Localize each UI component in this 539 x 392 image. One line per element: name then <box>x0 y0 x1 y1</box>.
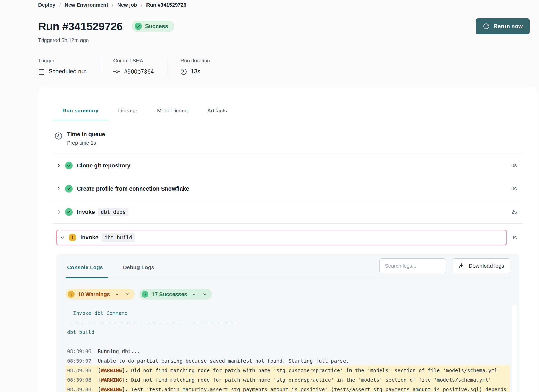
step-invoke-dbt-build-row: ! Invoke dbt build 9s <box>53 230 523 245</box>
prep-time-link[interactable]: Prep time 1s <box>67 140 96 146</box>
step-create-profile[interactable]: Create profile from connection Snowflake… <box>53 177 523 200</box>
rerun-icon <box>483 23 489 30</box>
page-title: Run #341529726 <box>38 20 123 33</box>
step-invoke-dbt-deps[interactable]: Invoke dbt deps 2s <box>53 200 523 224</box>
run-duration-value: 13s <box>191 68 200 75</box>
log-filter-pills: ! 10 Warnings 17 Successes <box>66 289 510 300</box>
step-title: Invoke <box>80 234 99 241</box>
step-success-icon <box>65 208 73 216</box>
meta-duration: Run duration 13s <box>169 58 225 75</box>
step-command-chip: dbt build <box>102 233 135 242</box>
download-logs-button[interactable]: Download logs <box>453 258 510 273</box>
log-command-title: Invoke dbt Command <box>66 308 510 318</box>
log-command: dbt build <box>66 328 510 337</box>
prev-warning-chevron-up-icon[interactable] <box>113 291 120 297</box>
trigger-label: Trigger <box>38 58 87 64</box>
breadcrumb-separator: / <box>141 2 142 8</box>
console-panel: Console Logs Debug Logs Download logs ! <box>56 254 519 392</box>
chevron-down-icon[interactable] <box>60 235 67 240</box>
prev-success-chevron-up-icon[interactable] <box>191 291 198 297</box>
success-icon <box>142 291 148 298</box>
run-summary-card: Run summary Lineage Model timing Artifac… <box>38 87 537 392</box>
search-logs-input[interactable] <box>379 258 446 273</box>
step-duration: 0s <box>511 162 517 168</box>
log-blank-line <box>66 337 510 347</box>
log-warning-line: 08:39:08[WARNING]: Test 'test.admin_matu… <box>66 385 510 392</box>
breadcrumb-separator: / <box>112 2 113 8</box>
successes-pill-label: 17 Successes <box>152 291 187 297</box>
tab-artifacts[interactable]: Artifacts <box>198 108 237 120</box>
tab-model-timing[interactable]: Model timing <box>147 108 198 120</box>
step-title: Invoke <box>77 209 95 215</box>
tab-run-summary[interactable]: Run summary <box>53 108 108 120</box>
step-success-icon <box>65 162 73 169</box>
tab-lineage[interactable]: Lineage <box>108 108 147 120</box>
download-icon <box>459 263 465 269</box>
chevron-right-icon[interactable] <box>56 186 63 191</box>
step-warning-icon: ! <box>69 234 76 241</box>
header: Run #341529726 Success Rerun now <box>38 18 537 34</box>
log-line: 08:39:07Unable to do partial parsing bec… <box>66 356 510 366</box>
meta-commit: Commit SHA #900b7364 <box>102 58 169 75</box>
rerun-now-button[interactable]: Rerun now <box>476 18 530 34</box>
log-divider-line: ----------------------------------------… <box>66 318 510 328</box>
log-scrollbar[interactable] <box>512 305 517 392</box>
duration-label: Run duration <box>180 58 210 64</box>
run-meta: Trigger Scheduled run Commit SHA #900b73… <box>38 58 537 75</box>
breadcrumb-separator: / <box>59 2 61 8</box>
download-label: Download logs <box>469 263 504 269</box>
step-command-chip: dbt deps <box>98 208 128 216</box>
step-duration: 9s <box>511 235 517 241</box>
log-warning-line: 08:39:08[WARNING]: Did not find matching… <box>66 375 510 385</box>
breadcrumb-run: Run #341529726 <box>146 2 186 8</box>
chevron-right-icon[interactable] <box>56 163 63 168</box>
step-clone-git-repository[interactable]: Clone git repository 0s <box>53 154 523 177</box>
log-warning-line: 08:39:08[WARNING]: Did not find matching… <box>66 366 510 375</box>
tab-console-logs[interactable]: Console Logs <box>66 254 104 278</box>
queue-title: Time in queue <box>67 131 105 138</box>
step-duration: 0s <box>511 186 517 192</box>
commit-sha-value: #900b7364 <box>124 68 154 75</box>
breadcrumb-deploy[interactable]: Deploy <box>38 2 55 8</box>
breadcrumb-environment[interactable]: New Environment <box>64 2 108 8</box>
git-commit-icon <box>113 68 120 75</box>
step-title: Clone git repository <box>77 162 130 169</box>
queue-clock-icon <box>55 132 62 146</box>
step-duration: 2s <box>511 209 517 215</box>
commit-label: Commit SHA <box>113 58 154 64</box>
log-line: 08:39:06Running dbt... <box>66 347 510 356</box>
triggered-timestamp: Triggered 5h 12m ago <box>38 37 537 43</box>
next-success-chevron-down-icon[interactable] <box>201 291 208 297</box>
console-header: Console Logs Debug Logs Download logs <box>66 254 510 278</box>
success-check-icon <box>135 23 142 30</box>
time-in-queue: Time in queue Prep time 1s <box>53 120 523 154</box>
trigger-value: Scheduled run <box>48 68 87 75</box>
clock-icon <box>180 68 187 75</box>
warnings-pill[interactable]: ! 10 Warnings <box>66 289 135 300</box>
tab-debug-logs[interactable]: Debug Logs <box>121 254 156 278</box>
breadcrumb-job[interactable]: New job <box>117 2 137 8</box>
status-badge: Success <box>132 21 174 32</box>
calendar-icon <box>38 68 45 75</box>
next-warning-chevron-down-icon[interactable] <box>124 291 131 297</box>
rerun-label: Rerun now <box>493 23 523 30</box>
step-title: Create profile from connection Snowflake <box>77 185 189 192</box>
step-invoke-dbt-build[interactable]: ! Invoke dbt build <box>56 230 507 245</box>
successes-pill[interactable]: 17 Successes <box>139 289 212 300</box>
console-log-output: Invoke dbt Command ---------------------… <box>66 308 510 392</box>
status-badge-label: Success <box>145 23 168 30</box>
step-success-icon <box>65 185 73 193</box>
card-tabs: Run summary Lineage Model timing Artifac… <box>53 87 523 120</box>
chevron-right-icon[interactable] <box>56 209 63 215</box>
warning-icon: ! <box>68 291 75 298</box>
meta-trigger: Trigger Scheduled run <box>38 58 102 75</box>
breadcrumb: Deploy / New Environment / New job / Run… <box>38 2 537 8</box>
warnings-pill-label: 10 Warnings <box>78 291 110 297</box>
run-detail-page: Deploy / New Environment / New job / Run… <box>0 0 539 392</box>
